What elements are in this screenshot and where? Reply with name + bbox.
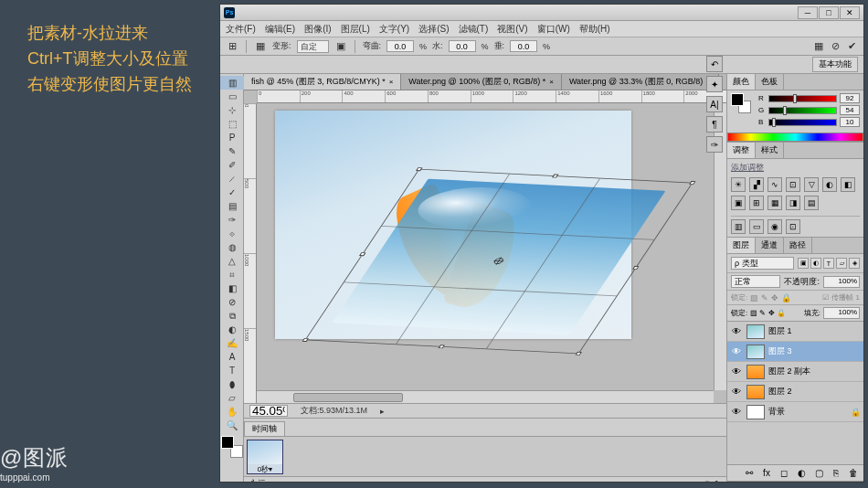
color-slider[interactable]: [768, 95, 837, 102]
menu-item[interactable]: 帮助(H): [579, 23, 610, 36]
tool-button[interactable]: ◧: [220, 281, 244, 295]
menu-item[interactable]: 图层(L): [341, 23, 370, 36]
tool-button[interactable]: ⌗: [220, 268, 244, 281]
delete-layer-icon[interactable]: 🗑: [847, 467, 860, 480]
tool-button[interactable]: ⟋: [220, 172, 244, 186]
add-adjustment-link[interactable]: 添加调整: [731, 162, 860, 174]
scrollbar-horizontal[interactable]: [257, 390, 714, 403]
filter-shape-icon[interactable]: ▱: [836, 258, 847, 269]
status-arrow-icon[interactable]: ▸: [380, 407, 385, 416]
group-icon[interactable]: ▢: [812, 467, 825, 480]
filter-smart-icon[interactable]: ◈: [849, 258, 860, 269]
transform-handle[interactable]: [359, 252, 366, 256]
transform-handle[interactable]: [552, 175, 559, 178]
panel-tab[interactable]: 颜色: [727, 74, 756, 90]
blend-mode-select[interactable]: 正常: [731, 275, 780, 288]
commit-transform-icon[interactable]: ✔: [845, 40, 858, 53]
bw-icon[interactable]: ◧: [841, 177, 855, 192]
new-layer-icon[interactable]: ⎘: [830, 467, 842, 480]
color-value-input[interactable]: [840, 117, 860, 127]
delete-frame-icon[interactable]: 🗑: [713, 480, 721, 483]
canvas-area[interactable]: 0200400600800100012001400160018002000 05…: [244, 90, 726, 403]
loop-select[interactable]: 永远: [249, 478, 266, 482]
layer-mask-icon[interactable]: ◻: [778, 467, 790, 480]
tool-button[interactable]: ✋: [220, 405, 244, 419]
tool-button[interactable]: T: [220, 364, 244, 377]
filter-adjust-icon[interactable]: ◐: [810, 258, 821, 269]
tool-button[interactable]: ▤: [220, 199, 244, 213]
transform-handle[interactable]: [632, 266, 640, 270]
vibrance-icon[interactable]: ▽: [804, 177, 819, 192]
panel-tab[interactable]: 路径: [784, 238, 812, 253]
layer-name[interactable]: 背景: [768, 406, 785, 418]
timeline-frame[interactable]: 0秒▾: [247, 440, 283, 474]
visibility-icon[interactable]: 👁: [730, 387, 743, 397]
close-tab-icon[interactable]: ×: [389, 78, 394, 86]
last-frame-icon[interactable]: ⏭: [684, 480, 693, 483]
posterize-icon[interactable]: ▤: [804, 196, 819, 210]
filter-pixel-icon[interactable]: ▣: [798, 258, 809, 269]
tool-button[interactable]: ⬚: [220, 117, 244, 131]
lock-position-icon[interactable]: ✥: [771, 293, 778, 302]
tool-button[interactable]: ✍: [220, 336, 244, 350]
transform-handle[interactable]: [302, 338, 310, 342]
layer-row[interactable]: 👁图层 3: [727, 342, 863, 362]
properties-icon[interactable]: ✦: [706, 76, 723, 92]
layer-kind-select[interactable]: ρ 类型: [731, 257, 794, 270]
first-frame-icon[interactable]: ⏮: [646, 480, 654, 483]
brush-icon[interactable]: ✑: [706, 136, 723, 153]
layer-thumbnail[interactable]: [746, 365, 765, 379]
layer-name[interactable]: 图层 2 副本: [768, 366, 810, 377]
color-lookup-icon[interactable]: ▦: [767, 196, 782, 210]
transform-handle[interactable]: [689, 181, 696, 185]
layer-thumbnail[interactable]: [746, 405, 765, 419]
color-ramp[interactable]: [727, 133, 863, 142]
paragraph-icon[interactable]: ¶: [706, 116, 723, 133]
visibility-icon[interactable]: 👁: [730, 346, 743, 356]
menu-item[interactable]: 图像(I): [304, 23, 331, 36]
layer-thumbnail[interactable]: [746, 324, 765, 339]
toggle-warp-icon[interactable]: ▦: [812, 40, 825, 53]
curves-icon[interactable]: ∿: [767, 177, 782, 192]
adjustment-layer-icon[interactable]: ◐: [795, 467, 808, 480]
close-button[interactable]: ✕: [840, 6, 860, 19]
layer-thumbnail[interactable]: [746, 385, 765, 399]
tool-button[interactable]: ⊹: [220, 103, 244, 117]
layer-name[interactable]: 图层 3: [768, 345, 792, 357]
warp-orient-icon[interactable]: ▣: [334, 40, 347, 53]
tool-button[interactable]: ▱: [220, 391, 244, 405]
visibility-icon[interactable]: 👁: [730, 407, 743, 417]
panel-tab[interactable]: 色板: [756, 74, 784, 90]
tool-button[interactable]: 🔍: [220, 419, 244, 432]
play-icon[interactable]: ▶: [666, 480, 672, 483]
filter-type-icon[interactable]: T: [823, 258, 834, 269]
transform-handle[interactable]: [416, 167, 423, 171]
document-tab[interactable]: Water.png @ 33.3% (图层 0, RGB/8)×: [562, 74, 719, 90]
link-layers-icon[interactable]: ⚯: [743, 467, 756, 480]
layer-thumbnail[interactable]: [746, 345, 765, 359]
tool-button[interactable]: ▭: [220, 90, 244, 103]
tool-button[interactable]: ⧉: [220, 309, 244, 323]
levels-icon[interactable]: ▞: [749, 177, 764, 192]
tool-button[interactable]: △: [220, 254, 244, 268]
menu-item[interactable]: 滤镜(T): [459, 23, 489, 36]
color-swatch[interactable]: [731, 93, 751, 113]
panel-tab[interactable]: 通道: [756, 238, 784, 253]
workspace-button[interactable]: 基本功能: [812, 57, 858, 72]
more-icon[interactable]: ⊡: [786, 219, 800, 234]
color-swatches[interactable]: [221, 436, 243, 458]
menu-item[interactable]: 文件(F): [226, 23, 256, 36]
color-slider[interactable]: [768, 119, 837, 126]
menu-item[interactable]: 文字(Y): [379, 23, 409, 36]
layer-row[interactable]: 👁图层 1: [727, 322, 863, 342]
warp-mode-icon[interactable]: ▦: [254, 40, 267, 53]
photo-filter-icon[interactable]: ▣: [731, 196, 746, 210]
panel-tab[interactable]: 调整: [727, 143, 756, 158]
next-frame-icon[interactable]: ▶: [675, 480, 682, 483]
tool-button[interactable]: ⟐: [220, 227, 244, 240]
visibility-icon[interactable]: 👁: [730, 366, 743, 377]
tool-button[interactable]: ✑: [220, 213, 244, 227]
lock-icon[interactable]: ▨ ✎ ✥ 🔒: [750, 309, 786, 317]
menu-item[interactable]: 视图(V): [497, 23, 527, 36]
tool-button[interactable]: ▥: [220, 76, 244, 90]
